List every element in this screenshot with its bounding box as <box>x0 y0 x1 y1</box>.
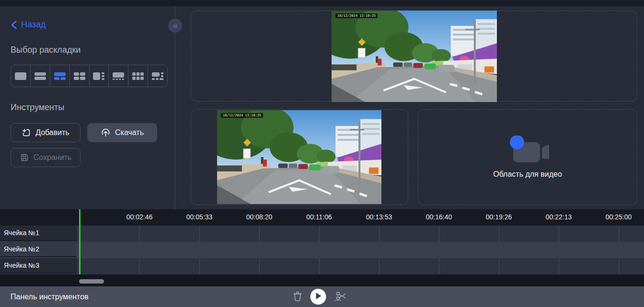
preview-area: 18/12/2024 13:18:25 18/12/2024 13:18:25 <box>175 6 644 209</box>
track-area: Ячейка №1 Ячейка №2 Ячейка №3 <box>0 226 644 274</box>
timeline-horizontal-scrollbar[interactable] <box>79 279 104 284</box>
track-label-2[interactable]: Ячейка №2 <box>0 242 77 257</box>
video-cell-2[interactable]: 18/12/2024 13:18:25 <box>191 109 408 205</box>
video-cell-1[interactable]: 18/12/2024 13:18:25 <box>191 11 637 102</box>
timeline-scroll-strip <box>0 274 644 286</box>
download-button-label: Скачать <box>115 128 144 137</box>
track-label-1[interactable]: Ячейка №1 <box>0 226 77 241</box>
bottom-toolbar: Панель инструментов <box>0 286 644 307</box>
layout-option-one-top-two-bottom-icon[interactable] <box>50 65 70 87</box>
ruler-tick: 00:25:00 <box>606 213 632 221</box>
layout-section-title: Выбор раскладки <box>11 45 164 55</box>
track-labels-column: Ячейка №1 Ячейка №2 Ячейка №3 <box>0 226 77 274</box>
video-1-timestamp-overlay: 18/12/2024 13:18:25 <box>335 13 378 18</box>
add-media-icon <box>22 128 31 137</box>
save-floppy-icon <box>20 153 29 162</box>
back-button[interactable]: Назад <box>11 20 164 30</box>
sidebar-collapse-button[interactable]: « <box>168 19 182 33</box>
back-label: Назад <box>21 20 46 30</box>
tools-section-title: Инструменты <box>11 102 164 113</box>
track-lane-3[interactable] <box>0 258 644 274</box>
layout-picker <box>11 65 168 87</box>
save-button[interactable]: Сохранить <box>11 148 80 167</box>
layout-option-main-left-icon[interactable] <box>90 65 109 87</box>
top-strip <box>0 0 644 6</box>
layout-option-single-icon[interactable] <box>11 65 31 87</box>
toolbar-title: Панель инструментов <box>11 293 89 301</box>
ruler-tick: 00:02:46 <box>126 213 153 221</box>
ruler-tick: 00:08:20 <box>246 213 273 221</box>
ruler-tick: 00:11:06 <box>306 213 332 221</box>
trash-icon <box>293 291 303 303</box>
layout-option-two-rows-icon[interactable] <box>31 65 50 87</box>
add-button-label: Добавить <box>35 128 69 137</box>
download-button[interactable]: Скачать <box>87 123 157 142</box>
scissors-icon <box>334 290 348 303</box>
play-icon <box>315 292 322 301</box>
video-player-2[interactable]: 18/12/2024 13:18:25 <box>217 110 381 204</box>
empty-video-cell[interactable]: Область для видео <box>418 109 637 205</box>
add-button[interactable]: Добавить <box>11 123 80 142</box>
ruler-tick: 00:22:13 <box>546 213 572 221</box>
tools-group: Добавить Скачать Сохранить <box>11 123 164 167</box>
track-lane-2[interactable] <box>0 242 644 258</box>
empty-cell-label: Область для видео <box>493 170 562 179</box>
play-button[interactable] <box>310 289 326 305</box>
download-icon <box>101 128 111 138</box>
layout-option-grid-2x2-icon[interactable] <box>70 65 90 87</box>
transport-controls <box>293 286 348 307</box>
ruler-tick: 00:19:26 <box>486 213 512 221</box>
video-2-timestamp-overlay: 18/12/2024 13:18:25 <box>221 113 263 118</box>
video-camera-icon <box>505 136 551 165</box>
ruler-tick: 00:16:40 <box>426 213 452 221</box>
ruler-tick: 00:13:53 <box>366 213 392 221</box>
video-editor-app: Назад Выбор раскладки <box>0 0 644 307</box>
delete-button[interactable] <box>293 291 303 303</box>
sidebar: Назад Выбор раскладки <box>0 6 175 209</box>
layout-option-grid-3x2-icon[interactable] <box>128 65 148 87</box>
double-chevron-left-icon: « <box>173 21 177 31</box>
ruler-tick: 00:05:33 <box>186 213 213 221</box>
track-lane-1[interactable] <box>0 226 644 242</box>
save-button-label: Сохранить <box>34 153 72 162</box>
back-chevron-icon <box>11 21 17 29</box>
layout-option-main-with-small-icon[interactable] <box>148 65 167 87</box>
timeline-ruler[interactable]: 00:02:46 00:05:33 00:08:20 00:11:06 00:1… <box>0 209 644 226</box>
layout-option-main-top-icon[interactable] <box>109 65 128 87</box>
playhead[interactable] <box>79 209 80 274</box>
track-label-3[interactable]: Ячейка №3 <box>0 258 77 273</box>
video-player-1[interactable]: 18/12/2024 13:18:25 <box>332 11 497 102</box>
workspace: Назад Выбор раскладки <box>0 6 644 209</box>
timeline: 00:02:46 00:05:33 00:08:20 00:11:06 00:1… <box>0 209 644 286</box>
cut-button[interactable] <box>334 290 348 303</box>
